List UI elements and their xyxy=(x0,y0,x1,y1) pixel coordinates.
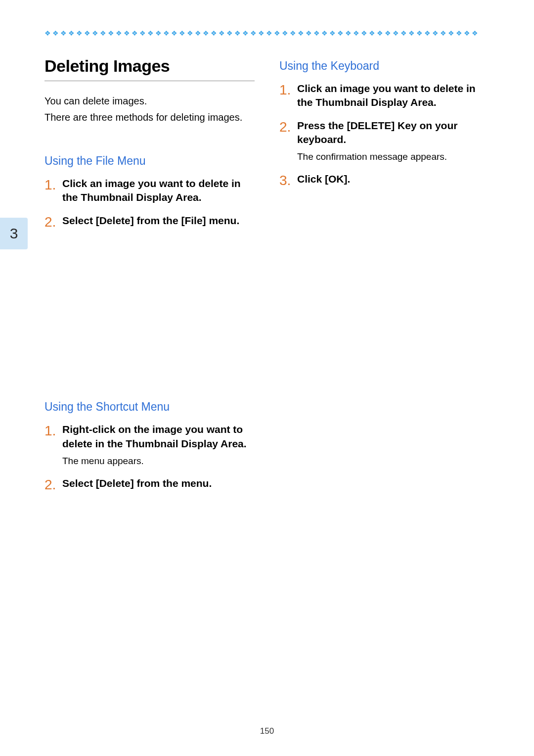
diamond-icon: ❖ xyxy=(369,30,376,37)
step-number: 2. xyxy=(279,119,297,163)
layout-spacer xyxy=(44,252,255,400)
diamond-icon: ❖ xyxy=(211,30,218,37)
step-item: 2. Select [Delete] from the [File] menu. xyxy=(44,214,255,231)
step-number: 2. xyxy=(44,476,62,493)
diamond-icon: ❖ xyxy=(116,30,123,37)
diamond-icon: ❖ xyxy=(234,30,241,37)
step-bold: Click an image you want to delete in the… xyxy=(62,177,255,205)
step-number: 2. xyxy=(44,214,62,231)
step-bold: Click an image you want to delete in the… xyxy=(297,82,490,110)
left-column: Deleting Images You can delete images. T… xyxy=(44,56,255,515)
diamond-icon: ❖ xyxy=(440,30,447,37)
step-item: 1. Right-click on the image you want to … xyxy=(44,423,255,467)
right-column: Using the Keyboard 1. Click an image you… xyxy=(279,56,490,515)
diamond-icon: ❖ xyxy=(92,30,99,37)
step-number: 1. xyxy=(44,177,62,205)
diamond-icon: ❖ xyxy=(124,30,131,37)
diamond-icon: ❖ xyxy=(219,30,225,37)
chapter-number: 3 xyxy=(10,225,18,242)
step-number: 1. xyxy=(279,82,297,110)
diamond-icon: ❖ xyxy=(195,30,202,37)
diamond-icon: ❖ xyxy=(313,30,320,37)
diamond-icon: ❖ xyxy=(400,30,407,37)
steps-file-menu: 1. Click an image you want to delete in … xyxy=(44,177,255,230)
diamond-icon: ❖ xyxy=(337,30,344,37)
diamond-icon: ❖ xyxy=(282,30,289,37)
diamond-icon: ❖ xyxy=(171,30,178,37)
step-text: Click an image you want to delete in the… xyxy=(62,177,255,205)
diamond-icon: ❖ xyxy=(84,30,91,37)
steps-shortcut-menu: 1. Right-click on the image you want to … xyxy=(44,423,255,493)
step-note: The confirmation message appears. xyxy=(297,150,490,163)
diamond-icon: ❖ xyxy=(203,30,210,37)
diamond-icon: ❖ xyxy=(155,30,162,37)
step-item: 2. Press the [DELETE] Key on your keyboa… xyxy=(279,119,490,163)
step-bold: Select [Delete] from the [File] menu. xyxy=(62,214,239,228)
steps-keyboard: 1. Click an image you want to delete in … xyxy=(279,82,490,189)
step-number: 3. xyxy=(279,172,297,189)
diamond-icon: ❖ xyxy=(456,30,463,37)
step-bold: Press the [DELETE] Key on your keyboard. xyxy=(297,119,490,147)
chapter-tab: 3 xyxy=(0,218,28,249)
content-columns: Deleting Images You can delete images. T… xyxy=(44,56,490,515)
diamond-icon: ❖ xyxy=(179,30,186,37)
diamond-icon: ❖ xyxy=(266,30,273,37)
intro-text: You can delete images. There are three m… xyxy=(44,94,255,125)
diamond-icon: ❖ xyxy=(274,30,281,37)
step-text: Click an image you want to delete in the… xyxy=(297,82,490,110)
diamond-icon: ❖ xyxy=(377,30,384,37)
section-heading-shortcut-menu: Using the Shortcut Menu xyxy=(44,400,255,414)
diamond-icon: ❖ xyxy=(424,30,431,37)
diamond-icon: ❖ xyxy=(464,30,471,37)
diamond-icon: ❖ xyxy=(100,30,107,37)
diamond-icon: ❖ xyxy=(448,30,455,37)
diamond-icon: ❖ xyxy=(139,30,146,37)
diamond-icon: ❖ xyxy=(290,30,297,37)
section-heading-keyboard: Using the Keyboard xyxy=(279,59,490,73)
step-item: 3. Click [OK]. xyxy=(279,172,490,189)
diamond-icon: ❖ xyxy=(416,30,423,37)
intro-line: There are three methods for deleting ima… xyxy=(44,110,255,125)
step-bold: Select [Delete] from the menu. xyxy=(62,476,212,490)
step-item: 1. Click an image you want to delete in … xyxy=(279,82,490,110)
diamond-icon: ❖ xyxy=(250,30,257,37)
page: ❖❖❖❖❖❖❖❖❖❖❖❖❖❖❖❖❖❖❖❖❖❖❖❖❖❖❖❖❖❖❖❖❖❖❖❖❖❖❖❖… xyxy=(0,0,534,756)
page-heading: Deleting Images xyxy=(44,56,255,81)
diamond-icon: ❖ xyxy=(393,30,400,37)
diamond-icon: ❖ xyxy=(353,30,360,37)
diamond-icon: ❖ xyxy=(306,30,312,37)
diamond-icon: ❖ xyxy=(52,30,59,37)
step-bold: Right-click on the image you want to del… xyxy=(62,423,255,451)
diamond-icon: ❖ xyxy=(329,30,336,37)
step-text: Select [Delete] from the menu. xyxy=(62,476,212,493)
diamond-icon: ❖ xyxy=(187,30,194,37)
diamond-icon: ❖ xyxy=(76,30,83,37)
diamond-icon: ❖ xyxy=(321,30,328,37)
decorative-diamond-bar: ❖❖❖❖❖❖❖❖❖❖❖❖❖❖❖❖❖❖❖❖❖❖❖❖❖❖❖❖❖❖❖❖❖❖❖❖❖❖❖❖… xyxy=(44,30,490,37)
step-text: Click [OK]. xyxy=(297,172,350,189)
step-text: Select [Delete] from the [File] menu. xyxy=(62,214,239,231)
intro-line: You can delete images. xyxy=(44,94,255,108)
diamond-icon: ❖ xyxy=(68,30,75,37)
step-text: Press the [DELETE] Key on your keyboard.… xyxy=(297,119,490,163)
diamond-icon: ❖ xyxy=(361,30,368,37)
diamond-icon: ❖ xyxy=(258,30,265,37)
diamond-icon: ❖ xyxy=(408,30,415,37)
diamond-icon: ❖ xyxy=(132,30,138,37)
diamond-icon: ❖ xyxy=(44,30,51,37)
diamond-icon: ❖ xyxy=(242,30,249,37)
diamond-icon: ❖ xyxy=(163,30,170,37)
diamond-icon: ❖ xyxy=(226,30,233,37)
diamond-icon: ❖ xyxy=(432,30,439,37)
step-note: The menu appears. xyxy=(62,455,255,468)
step-bold: Click [OK]. xyxy=(297,172,350,186)
page-number: 150 xyxy=(0,726,534,736)
diamond-icon: ❖ xyxy=(385,30,392,37)
diamond-icon: ❖ xyxy=(60,30,67,37)
diamond-icon: ❖ xyxy=(147,30,154,37)
step-item: 1. Click an image you want to delete in … xyxy=(44,177,255,205)
diamond-icon: ❖ xyxy=(298,30,305,37)
diamond-icon: ❖ xyxy=(472,30,479,37)
diamond-icon: ❖ xyxy=(108,30,115,37)
step-number: 1. xyxy=(44,423,62,467)
